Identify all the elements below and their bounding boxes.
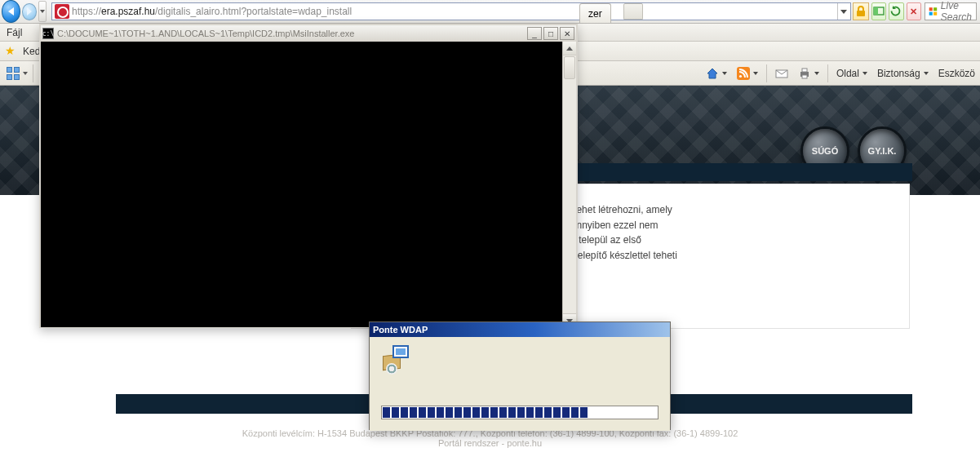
menu-file[interactable]: Fájl <box>0 27 29 38</box>
quick-tabs-dropdown[interactable] <box>21 72 29 75</box>
installer-icon <box>383 345 410 373</box>
site-favicon-icon <box>55 4 69 19</box>
rss-icon <box>737 67 750 80</box>
console-body <box>41 42 576 327</box>
forward-button[interactable] <box>22 3 37 20</box>
console-titlebar[interactable]: c:\ C:\DOCUME~1\TOTH~1.AND\LOCALS~1\Temp… <box>41 25 576 42</box>
svg-rect-11 <box>802 69 807 72</box>
home-icon <box>706 67 719 80</box>
svg-point-8 <box>739 74 742 77</box>
refresh-button[interactable] <box>889 2 903 20</box>
search-field[interactable]: Live Search <box>925 2 977 20</box>
cmd-console-window[interactable]: c:\ C:\DOCUME~1\TOTH~1.AND\LOCALS~1\Temp… <box>39 24 578 328</box>
svg-rect-12 <box>802 75 807 78</box>
console-maximize-button[interactable]: □ <box>543 27 558 40</box>
scroll-track[interactable] <box>563 80 576 313</box>
mail-icon <box>775 67 788 80</box>
console-close-button[interactable]: ✕ <box>560 27 574 40</box>
back-button[interactable] <box>2 0 20 23</box>
safety-menu[interactable]: Biztonság <box>872 66 933 81</box>
favorites-star-icon[interactable]: ★ <box>5 45 18 58</box>
new-tab-button[interactable] <box>623 3 643 20</box>
svg-rect-3 <box>929 7 933 11</box>
separator <box>827 64 828 82</box>
scroll-up-button[interactable] <box>563 42 576 55</box>
printer-icon <box>798 67 811 80</box>
separator <box>766 64 767 82</box>
page-menu[interactable]: Oldal <box>831 66 872 81</box>
address-field[interactable]: https://era.pszaf.hu/digitalis_alairo.ht… <box>51 2 851 20</box>
installer-dialog[interactable]: Ponte WDAP <box>369 321 671 430</box>
svg-rect-4 <box>933 7 937 11</box>
tab-label: zer <box>588 8 602 20</box>
installer-body <box>370 337 670 431</box>
search-placeholder: Live Search <box>941 0 976 23</box>
home-button[interactable] <box>701 65 732 82</box>
address-history-dropdown[interactable] <box>837 3 850 20</box>
installer-titlebar[interactable]: Ponte WDAP <box>370 322 670 337</box>
page-footer-text: Központi levélcím: H-1534 Budapest BKKP … <box>0 428 980 448</box>
print-button[interactable] <box>793 65 824 82</box>
installer-progress-bar <box>381 406 659 419</box>
quick-tabs-button[interactable] <box>7 67 20 80</box>
svg-rect-5 <box>929 12 933 16</box>
address-text: https://era.pszaf.hu/digitalis_alairo.ht… <box>72 6 837 17</box>
svg-rect-0 <box>857 11 865 16</box>
scroll-thumb[interactable] <box>564 56 575 79</box>
cmd-icon: c:\ <box>42 28 54 39</box>
console-title-text: C:\DOCUME~1\TOTH~1.AND\LOCALS~1\Temp\ICD… <box>57 29 525 38</box>
console-scrollbar[interactable] <box>562 42 576 327</box>
feeds-button[interactable] <box>732 65 763 82</box>
stop-button[interactable]: ✕ <box>907 2 921 20</box>
tools-menu[interactable]: Eszközö <box>933 66 980 81</box>
console-output-area[interactable] <box>41 42 562 327</box>
live-search-flag-icon <box>929 5 938 18</box>
recent-pages-dropdown[interactable] <box>38 1 47 22</box>
ssl-lock-icon[interactable] <box>853 2 869 20</box>
svg-rect-6 <box>933 12 937 16</box>
console-minimize-button[interactable]: _ <box>527 27 542 40</box>
separator <box>33 64 33 82</box>
read-mail-button[interactable] <box>770 65 793 82</box>
browser-address-bar: https://era.pszaf.hu/digitalis_alairo.ht… <box>0 0 980 24</box>
compat-view-button[interactable] <box>871 2 886 20</box>
browser-tab[interactable]: zer <box>579 3 611 23</box>
svg-rect-2 <box>874 7 878 15</box>
